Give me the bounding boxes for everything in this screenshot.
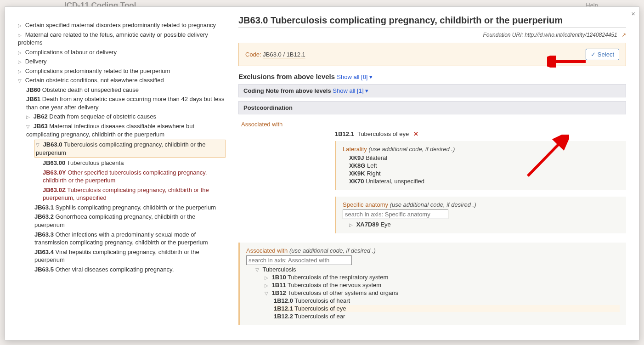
- anatomy-search-input[interactable]: [343, 209, 448, 219]
- axis-tree-item[interactable]: ▽ 1B12 Tuberculosis of other systems and…: [265, 289, 620, 320]
- associated-with-label: Associated with: [241, 121, 282, 128]
- collapse-icon[interactable]: ▽: [26, 124, 32, 130]
- tree-item[interactable]: JB63.0Y Other specified tuberculosis com…: [43, 169, 226, 185]
- coding-note-bar: Coding Note from above levels Show all […: [238, 84, 626, 97]
- select-button[interactable]: ✓ Select: [586, 49, 619, 60]
- entity-modal: × ▷ Certain specified maternal disorders…: [5, 6, 639, 340]
- tree-item[interactable]: JB63.4 Viral hepatitis complicating preg…: [34, 248, 226, 264]
- show-all-exclusions[interactable]: Show all [8] ▾: [337, 74, 373, 80]
- axis-option[interactable]: XK8G Left: [349, 162, 620, 169]
- tree-item[interactable]: ▷ Maternal care related to the fetus, am…: [18, 31, 226, 47]
- hierarchy-tree: ▷ Certain specified maternal disorders p…: [5, 7, 230, 340]
- axis-tree-item[interactable]: 1B12.1 Tuberculosis of eye: [274, 305, 620, 312]
- axis-option[interactable]: ▷ XA7D89 Eye: [349, 221, 620, 228]
- code-label: Code:: [245, 51, 261, 58]
- collapse-icon[interactable]: ▽: [265, 291, 270, 296]
- tree-item[interactable]: JB63.2 Gonorrhoea complicating pregnancy…: [34, 213, 226, 229]
- tree-item[interactable]: ▷ Certain specified maternal disorders p…: [18, 21, 226, 29]
- tree-item[interactable]: ▽ Certain obstetric conditions, not else…: [18, 76, 226, 273]
- expand-icon[interactable]: ▷: [18, 68, 23, 75]
- expand-icon[interactable]: ▷: [265, 275, 270, 280]
- tree-item[interactable]: JB60 Obstetric death of unspecified caus…: [26, 86, 226, 94]
- remove-icon[interactable]: ✕: [413, 130, 418, 137]
- axis-option[interactable]: XK70 Unilateral, unspecified: [349, 178, 620, 185]
- expand-icon[interactable]: ▷: [349, 222, 355, 227]
- expand-icon[interactable]: ▷: [18, 50, 23, 56]
- tree-item[interactable]: ▷ Complications of labour or delivery: [18, 48, 226, 57]
- detail-panel: JB63.0 Tuberculosis complicating pregnan…: [230, 7, 639, 340]
- tree-item[interactable]: JB61 Death from any obstetric cause occu…: [26, 95, 226, 111]
- axis-tree-item[interactable]: 1B12.2 Tuberculosis of ear: [274, 313, 620, 320]
- axis-tree-item[interactable]: 1B12.0 Tuberculosis of heart: [274, 297, 620, 304]
- axis-tree-item[interactable]: ▽ Tuberculosis ▷ 1B10 Tuberculosis of th…: [255, 266, 620, 320]
- tree-item[interactable]: JB63.00 Tuberculous placenta: [43, 159, 226, 167]
- foundation-uri: Foundation URI: http://id.who.int/icd/en…: [238, 32, 626, 38]
- collapse-icon[interactable]: ▽: [255, 267, 261, 272]
- entity-title: JB63.0 Tuberculosis complicating pregnan…: [238, 15, 626, 28]
- expand-icon[interactable]: ▷: [18, 32, 23, 39]
- exclusions-heading: Exclusions from above levels Show all [8…: [238, 73, 626, 80]
- selected-code: 1B12.1: [335, 130, 354, 137]
- selected-postcoord: 1B12.1 Tuberculosis of eye ✕: [335, 130, 626, 137]
- axis-option[interactable]: XK9J Bilateral: [349, 154, 620, 161]
- chevron-down-icon: ▾: [365, 87, 368, 94]
- collapse-icon[interactable]: ▽: [18, 78, 23, 84]
- tree-item[interactable]: JB63.0Z Tuberculosis complicating pregna…: [43, 186, 226, 202]
- expand-icon[interactable]: ▷: [18, 59, 23, 65]
- tree-item[interactable]: ▷ JB62 Death from sequelae of obstetric …: [26, 113, 226, 121]
- expand-icon[interactable]: ▷: [26, 114, 32, 120]
- postcoord-bar: Postcoordination: [238, 101, 626, 114]
- uri-link[interactable]: http://id.who.int/icd/entity/1240824451: [525, 32, 617, 38]
- selected-label: Tuberculosis of eye: [357, 130, 409, 137]
- tree-item[interactable]: ▷ Complications predominantly related to…: [18, 67, 226, 75]
- tree-item[interactable]: ▷ Delivery: [18, 57, 226, 66]
- tree-item[interactable]: ▽ JB63 Maternal infectious diseases clas…: [26, 122, 226, 273]
- expand-icon[interactable]: ▷: [265, 283, 270, 288]
- axis-option[interactable]: XK9K Right: [349, 170, 620, 177]
- axis-tree-item[interactable]: ▷ 1B10 Tuberculosis of the respiratory s…: [265, 274, 620, 281]
- associated-search-input[interactable]: [246, 255, 352, 265]
- chevron-down-icon: ▾: [369, 74, 373, 80]
- code-value: JB63.0 / 1B12.1: [263, 51, 305, 58]
- associated-with-axis: Associated with (use additional code, if…: [238, 243, 626, 325]
- laterality-axis: Laterality (use additional code, if desi…: [335, 141, 626, 190]
- expand-icon[interactable]: ▷: [18, 23, 23, 29]
- tree-item-selected[interactable]: ▽ JB63.0 Tuberculosis complicating pregn…: [34, 140, 226, 158]
- tree-item[interactable]: JB63.5 Other viral diseases complicating…: [34, 266, 226, 274]
- show-all-notes[interactable]: Show all [1] ▾: [333, 87, 368, 94]
- code-box: Code: JB63.0 / 1B12.1 ✓ Select: [238, 43, 626, 66]
- external-link-icon[interactable]: ↗: [621, 32, 626, 38]
- axis-tree-item[interactable]: ▷ 1B11 Tuberculosis of the nervous syste…: [265, 282, 620, 288]
- tree-item[interactable]: JB63.3 Other infections with a predomina…: [34, 231, 226, 247]
- tree-item[interactable]: JB63.1 Syphilis complicating pregnancy, …: [34, 204, 226, 212]
- anatomy-axis: Specific anatomy (use additional code, i…: [335, 197, 626, 233]
- collapse-icon[interactable]: ▽: [36, 142, 41, 148]
